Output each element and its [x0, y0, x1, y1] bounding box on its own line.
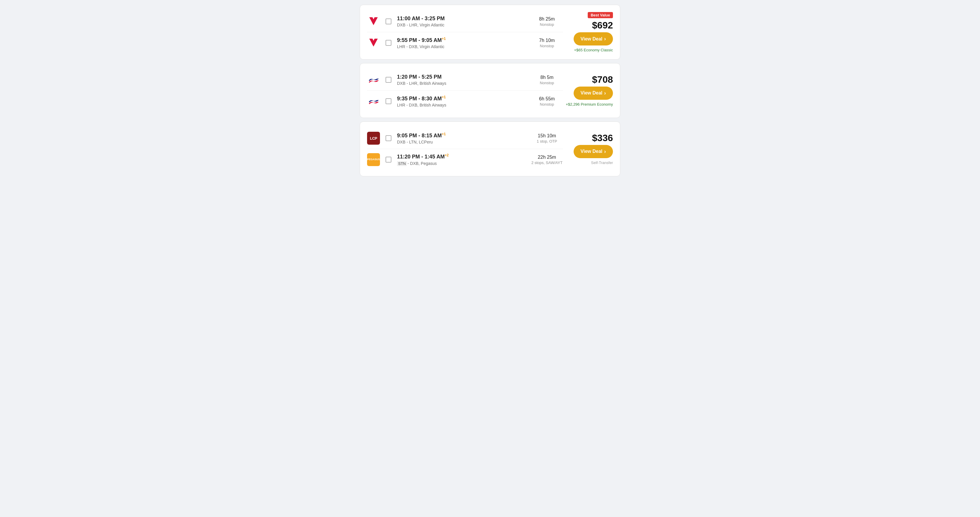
checkbox-input[interactable]: [385, 157, 391, 162]
flight-row-2-1: PEGASUS 11:20 PM - 1:45 AM+2 STN- DXB, P…: [367, 149, 563, 170]
chevron-right-icon: ›: [604, 148, 606, 154]
flight-select-checkbox[interactable]: [385, 17, 392, 25]
chevron-right-icon: ›: [604, 36, 606, 42]
plus-days: +1: [442, 132, 446, 136]
flight-row-0-1: 9:55 PM - 9:05 AM+1 LHR - DXB, Virgin At…: [367, 32, 563, 53]
checkbox-input[interactable]: [385, 98, 391, 104]
duration-time: 8h 5m: [531, 75, 563, 80]
flight-select-checkbox[interactable]: [385, 134, 392, 142]
flight-duration: 7h 10m Nonstop: [531, 38, 563, 48]
flight-times: 11:20 PM - 1:45 AM+2: [397, 153, 526, 160]
flight-duration: 22h 25m 2 stops, SAW/AYT: [531, 154, 563, 165]
view-deal-button[interactable]: View Deal ›: [574, 145, 613, 158]
pegasus-logo-icon: PEGASUS: [367, 153, 380, 166]
flight-info: 1:20 PM - 5:25 PM DXB - LHR, British Air…: [397, 74, 526, 86]
checkbox-input[interactable]: [385, 19, 391, 24]
checkbox-input[interactable]: [385, 77, 391, 83]
flight-price: $336: [592, 133, 613, 143]
duration-stops: Nonstop: [531, 22, 563, 27]
flight-card-2: LCP 9:05 PM - 8:15 AM+1 DXB - LTN, LCPer…: [360, 121, 620, 177]
flight-times: 9:05 PM - 8:15 AM+1: [397, 132, 526, 139]
flight-card-1: 1:20 PM - 5:25 PM DXB - LHR, British Air…: [360, 63, 620, 118]
flight-row-1-0: 1:20 PM - 5:25 PM DXB - LHR, British Air…: [367, 69, 563, 91]
duration-stops: Nonstop: [531, 44, 563, 48]
flight-row-0-0: 11:00 AM - 3:25 PM DXB - LHR, Virgin Atl…: [367, 11, 563, 32]
british-airways-logo-icon: [367, 95, 380, 108]
duration-time: 6h 55m: [531, 96, 563, 102]
upgrade-text: +$2,296 Premium Economy: [566, 102, 613, 107]
pegasus-logo: PEGASUS: [367, 153, 380, 166]
flight-row-2-0: LCP 9:05 PM - 8:15 AM+1 DXB - LTN, LCPer…: [367, 128, 563, 149]
flight-duration: 8h 25m Nonstop: [531, 16, 563, 27]
self-transfer-text: Self-Transfer: [591, 161, 613, 165]
flight-price: $692: [592, 21, 613, 30]
duration-time: 8h 25m: [531, 16, 563, 22]
view-deal-label: View Deal: [581, 37, 602, 42]
price-section: $336 View Deal › Self-Transfer: [563, 128, 613, 170]
plus-days: +1: [442, 37, 446, 41]
upgrade-text: +$65 Economy Classic: [574, 48, 613, 52]
view-deal-button[interactable]: View Deal ›: [574, 32, 613, 46]
flight-select-checkbox[interactable]: [385, 76, 392, 84]
flight-duration: 15h 10m 1 stop, OTP: [531, 133, 563, 143]
flight-select-checkbox[interactable]: [385, 39, 392, 47]
duration-stops: 1 stop, OTP: [531, 139, 563, 143]
duration-time: 7h 10m: [531, 38, 563, 43]
view-deal-button[interactable]: View Deal ›: [574, 87, 613, 100]
flight-info: 9:05 PM - 8:15 AM+1 DXB - LTN, LCPeru: [397, 132, 526, 145]
chevron-right-icon: ›: [604, 90, 606, 96]
flight-route: DXB - LTN, LCPeru: [397, 140, 526, 144]
flight-price: $708: [592, 75, 613, 84]
duration-stops: 2 stops, SAW/AYT: [531, 161, 563, 165]
flight-row-1-1: 9:35 PM - 8:30 AM+1 LHR - DXB, British A…: [367, 91, 563, 112]
flight-times: 11:00 AM - 3:25 PM: [397, 16, 526, 22]
duration-time: 15h 10m: [531, 133, 563, 138]
flight-route: STN- DXB, Pegasus: [397, 161, 526, 166]
virgin-atlantic-logo-icon: [367, 37, 380, 49]
duration-time: 22h 25m: [531, 154, 563, 160]
flight-info: 11:20 PM - 1:45 AM+2 STN- DXB, Pegasus: [397, 153, 526, 166]
view-deal-label: View Deal: [581, 149, 602, 154]
route-badge: STN: [397, 161, 407, 166]
flight-route: LHR - DXB, British Airways: [397, 103, 526, 107]
flight-times: 9:55 PM - 9:05 AM+1: [397, 37, 526, 44]
flight-select-checkbox[interactable]: [385, 97, 392, 105]
lcperu-logo: LCP: [367, 132, 380, 145]
price-section: $708 View Deal › +$2,296 Premium Economy: [563, 69, 613, 112]
price-section: Best Value$692 View Deal › +$65 Economy …: [563, 11, 613, 53]
flight-info: 11:00 AM - 3:25 PM DXB - LHR, Virgin Atl…: [397, 16, 526, 28]
flight-info: 9:55 PM - 9:05 AM+1 LHR - DXB, Virgin At…: [397, 37, 526, 49]
duration-stops: Nonstop: [531, 81, 563, 85]
lcperu-logo-icon: LCP: [367, 132, 380, 145]
checkbox-input[interactable]: [385, 135, 391, 141]
checkbox-input[interactable]: [385, 40, 391, 46]
flight-rows-section: 11:00 AM - 3:25 PM DXB - LHR, Virgin Atl…: [367, 11, 563, 53]
duration-stops: Nonstop: [531, 102, 563, 107]
flight-select-checkbox[interactable]: [385, 156, 392, 164]
flight-info: 9:35 PM - 8:30 AM+1 LHR - DXB, British A…: [397, 95, 526, 108]
british-airways-logo-icon: [367, 73, 380, 86]
flight-route: LHR - DXB, Virgin Atlantic: [397, 44, 526, 49]
flight-times: 9:35 PM - 8:30 AM+1: [397, 95, 526, 102]
view-deal-label: View Deal: [581, 91, 602, 95]
plus-days: +1: [442, 95, 446, 99]
flight-times: 1:20 PM - 5:25 PM: [397, 74, 526, 80]
plus-days: +2: [444, 153, 449, 157]
flight-route: DXB - LHR, Virgin Atlantic: [397, 22, 526, 27]
virgin-atlantic-logo-icon: [367, 15, 380, 28]
flight-results-list: 11:00 AM - 3:25 PM DXB - LHR, Virgin Atl…: [355, 0, 625, 181]
flight-duration: 8h 5m Nonstop: [531, 75, 563, 85]
flight-card-0: 11:00 AM - 3:25 PM DXB - LHR, Virgin Atl…: [360, 5, 620, 60]
flight-rows-section: 1:20 PM - 5:25 PM DXB - LHR, British Air…: [367, 69, 563, 112]
flight-rows-section: LCP 9:05 PM - 8:15 AM+1 DXB - LTN, LCPer…: [367, 128, 563, 170]
flight-route: DXB - LHR, British Airways: [397, 81, 526, 86]
flight-duration: 6h 55m Nonstop: [531, 96, 563, 107]
best-value-badge: Best Value: [588, 12, 613, 18]
